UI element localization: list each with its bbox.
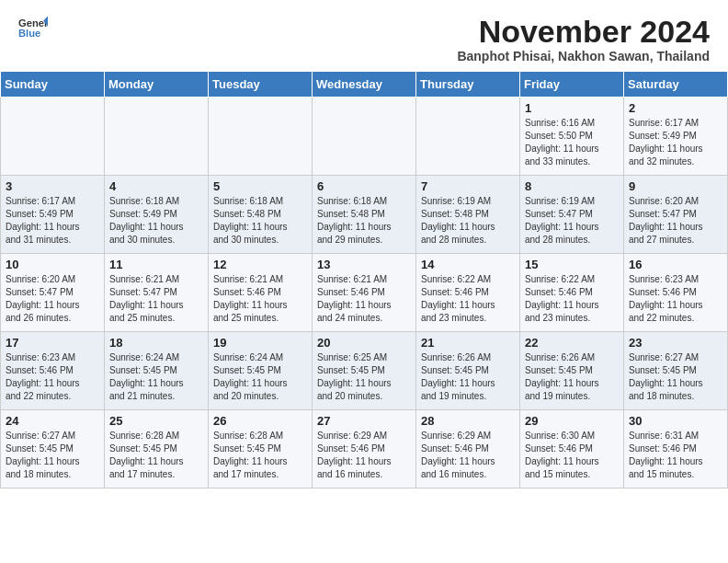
calendar-body: 1Sunrise: 6:16 AM Sunset: 5:50 PM Daylig… xyxy=(1,98,728,488)
calendar-day-cell: 26Sunrise: 6:28 AM Sunset: 5:45 PM Dayli… xyxy=(209,410,313,488)
calendar-table: SundayMondayTuesdayWednesdayThursdayFrid… xyxy=(0,71,728,488)
day-of-week-header: Saturday xyxy=(624,72,728,98)
day-number: 6 xyxy=(317,179,411,193)
calendar-day-cell: 18Sunrise: 6:24 AM Sunset: 5:45 PM Dayli… xyxy=(105,332,209,410)
day-number: 13 xyxy=(317,258,411,271)
day-info: Sunrise: 6:24 AM Sunset: 5:45 PM Dayligh… xyxy=(109,351,203,403)
calendar-day-cell: 19Sunrise: 6:24 AM Sunset: 5:45 PM Dayli… xyxy=(209,332,313,410)
calendar-day-cell: 25Sunrise: 6:28 AM Sunset: 5:45 PM Dayli… xyxy=(105,410,209,488)
day-info: Sunrise: 6:30 AM Sunset: 5:46 PM Dayligh… xyxy=(525,430,619,481)
day-info: Sunrise: 6:29 AM Sunset: 5:46 PM Dayligh… xyxy=(317,430,411,481)
day-info: Sunrise: 6:26 AM Sunset: 5:45 PM Dayligh… xyxy=(525,351,619,403)
day-number: 8 xyxy=(525,179,619,193)
day-info: Sunrise: 6:18 AM Sunset: 5:48 PM Dayligh… xyxy=(213,195,307,247)
calendar-day-cell: 27Sunrise: 6:29 AM Sunset: 5:46 PM Dayli… xyxy=(313,410,416,488)
day-info: Sunrise: 6:16 AM Sunset: 5:50 PM Dayligh… xyxy=(525,117,619,168)
page-header: General Blue November 2024 Banphot Phisa… xyxy=(0,0,728,71)
calendar-day-cell xyxy=(209,98,313,176)
day-info: Sunrise: 6:25 AM Sunset: 5:45 PM Dayligh… xyxy=(317,351,411,403)
calendar-week-row: 1Sunrise: 6:16 AM Sunset: 5:50 PM Daylig… xyxy=(1,98,728,176)
calendar-day-cell: 29Sunrise: 6:30 AM Sunset: 5:46 PM Dayli… xyxy=(520,410,624,488)
day-of-week-header: Friday xyxy=(520,72,624,98)
day-info: Sunrise: 6:18 AM Sunset: 5:49 PM Dayligh… xyxy=(109,195,203,247)
month-title: November 2024 xyxy=(457,15,710,49)
day-info: Sunrise: 6:22 AM Sunset: 5:46 PM Dayligh… xyxy=(525,273,619,325)
calendar-day-cell xyxy=(1,98,105,176)
day-of-week-header: Tuesday xyxy=(209,72,313,98)
calendar-day-cell: 17Sunrise: 6:23 AM Sunset: 5:46 PM Dayli… xyxy=(1,332,105,410)
day-number: 26 xyxy=(213,414,307,428)
day-number: 28 xyxy=(421,414,515,428)
day-info: Sunrise: 6:20 AM Sunset: 5:47 PM Dayligh… xyxy=(6,273,99,325)
day-number: 22 xyxy=(525,336,619,350)
calendar-day-cell: 6Sunrise: 6:18 AM Sunset: 5:48 PM Daylig… xyxy=(313,176,416,254)
day-number: 1 xyxy=(525,101,619,115)
day-of-week-header: Wednesday xyxy=(313,72,416,98)
day-info: Sunrise: 6:23 AM Sunset: 5:46 PM Dayligh… xyxy=(629,273,722,325)
calendar-day-cell: 7Sunrise: 6:19 AM Sunset: 5:48 PM Daylig… xyxy=(416,176,520,254)
calendar-day-cell: 11Sunrise: 6:21 AM Sunset: 5:47 PM Dayli… xyxy=(105,254,209,332)
day-info: Sunrise: 6:24 AM Sunset: 5:45 PM Dayligh… xyxy=(213,351,307,403)
day-number: 24 xyxy=(6,414,99,428)
day-number: 30 xyxy=(629,414,722,428)
day-number: 2 xyxy=(629,101,722,115)
day-info: Sunrise: 6:31 AM Sunset: 5:46 PM Dayligh… xyxy=(629,430,722,481)
day-number: 15 xyxy=(525,258,619,271)
day-info: Sunrise: 6:21 AM Sunset: 5:47 PM Dayligh… xyxy=(109,273,203,325)
day-number: 14 xyxy=(421,258,515,271)
calendar-day-cell: 4Sunrise: 6:18 AM Sunset: 5:49 PM Daylig… xyxy=(105,176,209,254)
calendar-day-cell: 10Sunrise: 6:20 AM Sunset: 5:47 PM Dayli… xyxy=(1,254,105,332)
day-info: Sunrise: 6:27 AM Sunset: 5:45 PM Dayligh… xyxy=(629,351,722,403)
calendar-day-cell: 22Sunrise: 6:26 AM Sunset: 5:45 PM Dayli… xyxy=(520,332,624,410)
day-number: 17 xyxy=(6,336,99,350)
day-number: 12 xyxy=(213,258,307,271)
day-info: Sunrise: 6:28 AM Sunset: 5:45 PM Dayligh… xyxy=(213,430,307,481)
day-number: 3 xyxy=(6,179,99,193)
day-number: 11 xyxy=(109,258,203,271)
calendar-week-row: 3Sunrise: 6:17 AM Sunset: 5:49 PM Daylig… xyxy=(1,176,728,254)
calendar-day-cell xyxy=(105,98,209,176)
calendar-day-cell: 3Sunrise: 6:17 AM Sunset: 5:49 PM Daylig… xyxy=(1,176,105,254)
day-number: 27 xyxy=(317,414,411,428)
logo: General Blue xyxy=(18,15,51,44)
calendar-day-cell xyxy=(313,98,416,176)
calendar-week-row: 17Sunrise: 6:23 AM Sunset: 5:46 PM Dayli… xyxy=(1,332,728,410)
day-number: 7 xyxy=(421,179,515,193)
day-info: Sunrise: 6:21 AM Sunset: 5:46 PM Dayligh… xyxy=(213,273,307,325)
day-number: 25 xyxy=(109,414,203,428)
day-info: Sunrise: 6:29 AM Sunset: 5:46 PM Dayligh… xyxy=(421,430,515,481)
location-subtitle: Banphot Phisai, Nakhon Sawan, Thailand xyxy=(457,49,710,63)
calendar-day-cell: 14Sunrise: 6:22 AM Sunset: 5:46 PM Dayli… xyxy=(416,254,520,332)
day-number: 5 xyxy=(213,179,307,193)
calendar-day-cell: 2Sunrise: 6:17 AM Sunset: 5:49 PM Daylig… xyxy=(624,98,728,176)
day-of-week-header: Monday xyxy=(105,72,209,98)
calendar-day-cell: 30Sunrise: 6:31 AM Sunset: 5:46 PM Dayli… xyxy=(624,410,728,488)
day-info: Sunrise: 6:21 AM Sunset: 5:46 PM Dayligh… xyxy=(317,273,411,325)
day-info: Sunrise: 6:17 AM Sunset: 5:49 PM Dayligh… xyxy=(6,195,99,247)
day-info: Sunrise: 6:18 AM Sunset: 5:48 PM Dayligh… xyxy=(317,195,411,247)
day-number: 16 xyxy=(629,258,722,271)
day-number: 21 xyxy=(421,336,515,350)
calendar-day-cell: 9Sunrise: 6:20 AM Sunset: 5:47 PM Daylig… xyxy=(624,176,728,254)
day-info: Sunrise: 6:17 AM Sunset: 5:49 PM Dayligh… xyxy=(629,117,722,168)
day-info: Sunrise: 6:22 AM Sunset: 5:46 PM Dayligh… xyxy=(421,273,515,325)
day-info: Sunrise: 6:27 AM Sunset: 5:45 PM Dayligh… xyxy=(6,430,99,481)
day-number: 10 xyxy=(6,258,99,271)
day-info: Sunrise: 6:19 AM Sunset: 5:48 PM Dayligh… xyxy=(421,195,515,247)
day-number: 29 xyxy=(525,414,619,428)
calendar-day-cell: 20Sunrise: 6:25 AM Sunset: 5:45 PM Dayli… xyxy=(313,332,416,410)
calendar-day-cell: 28Sunrise: 6:29 AM Sunset: 5:46 PM Dayli… xyxy=(416,410,520,488)
day-number: 23 xyxy=(629,336,722,350)
day-info: Sunrise: 6:28 AM Sunset: 5:45 PM Dayligh… xyxy=(109,430,203,481)
calendar-day-cell: 12Sunrise: 6:21 AM Sunset: 5:46 PM Dayli… xyxy=(209,254,313,332)
calendar-day-cell: 16Sunrise: 6:23 AM Sunset: 5:46 PM Dayli… xyxy=(624,254,728,332)
calendar-week-row: 24Sunrise: 6:27 AM Sunset: 5:45 PM Dayli… xyxy=(1,410,728,488)
svg-text:Blue: Blue xyxy=(18,28,40,39)
day-info: Sunrise: 6:19 AM Sunset: 5:47 PM Dayligh… xyxy=(525,195,619,247)
calendar-day-cell: 13Sunrise: 6:21 AM Sunset: 5:46 PM Dayli… xyxy=(313,254,416,332)
day-of-week-header: Thursday xyxy=(416,72,520,98)
day-number: 19 xyxy=(213,336,307,350)
calendar-day-cell: 1Sunrise: 6:16 AM Sunset: 5:50 PM Daylig… xyxy=(520,98,624,176)
calendar-week-row: 10Sunrise: 6:20 AM Sunset: 5:47 PM Dayli… xyxy=(1,254,728,332)
title-block: November 2024 Banphot Phisai, Nakhon Saw… xyxy=(457,15,710,63)
